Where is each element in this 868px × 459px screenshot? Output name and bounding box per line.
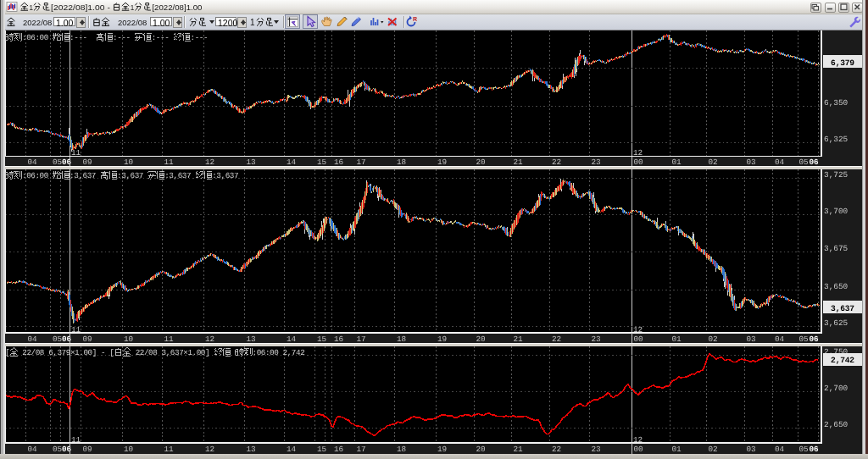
svg-text:02: 02: [709, 158, 718, 167]
svg-text:02: 02: [709, 335, 718, 344]
svg-text:01: 01: [672, 158, 682, 167]
svg-text:22: 22: [552, 445, 561, 454]
svg-text:05: 05: [53, 445, 62, 454]
svg-text:22: 22: [552, 335, 561, 344]
svg-text:11: 11: [164, 335, 175, 344]
svg-text:22/08 6,379: 22/08 6,379: [18, 348, 70, 357]
svg-text:04: 04: [775, 445, 785, 454]
svg-text::06:00: :06:00: [22, 171, 53, 180]
svg-text:3,675: 3,675: [824, 244, 849, 253]
svg-text:14: 14: [287, 445, 297, 454]
svg-text:15: 15: [317, 335, 326, 344]
svg-text::3,637: :3,637: [117, 171, 147, 180]
svg-text:04: 04: [28, 335, 38, 344]
svg-text:3,625: 3,625: [824, 318, 849, 328]
svg-text:05: 05: [799, 335, 809, 344]
svg-text:23: 23: [592, 335, 601, 344]
svg-text:1: 1: [250, 18, 255, 27]
svg-text:05: 05: [799, 158, 809, 167]
svg-text:11: 11: [164, 158, 175, 167]
svg-text:19: 19: [437, 445, 447, 454]
svg-text:04: 04: [775, 158, 785, 167]
svg-text::06:00: :06:00: [22, 33, 53, 42]
svg-text:1.00]: 1.00]: [187, 348, 214, 357]
svg-text:10: 10: [124, 335, 133, 344]
svg-text:6,350: 6,350: [824, 98, 849, 108]
svg-text:18: 18: [397, 158, 406, 167]
svg-text:05: 05: [53, 335, 62, 344]
svg-text:15: 15: [317, 158, 326, 167]
svg-text::---: :---: [113, 33, 135, 42]
svg-text:[2022/08]1.00 -: [2022/08]1.00 -: [51, 3, 113, 12]
svg-text:3,700: 3,700: [824, 207, 849, 216]
svg-text::3,637: :3,637: [70, 171, 100, 180]
svg-text:09: 09: [83, 445, 92, 454]
svg-text:13: 13: [247, 445, 256, 454]
svg-text:04: 04: [28, 158, 38, 167]
svg-text:18: 18: [397, 445, 406, 454]
svg-text:06: 06: [810, 335, 820, 344]
svg-text:13: 13: [247, 158, 256, 167]
svg-text:09: 09: [83, 335, 92, 344]
svg-text:05: 05: [53, 158, 62, 167]
svg-text:23: 23: [592, 445, 601, 454]
svg-text:14: 14: [287, 335, 297, 344]
svg-text:17: 17: [357, 158, 366, 167]
svg-text:3,725: 3,725: [824, 170, 849, 180]
svg-text:2022/08: 2022/08: [23, 18, 52, 27]
svg-text:10: 10: [124, 445, 133, 454]
svg-text::06:00 2,742: :06:00 2,742: [253, 348, 305, 357]
svg-text:06: 06: [810, 445, 820, 454]
svg-text:10: 10: [124, 158, 133, 167]
svg-text:19: 19: [437, 335, 447, 344]
svg-text:21: 21: [514, 335, 524, 344]
svg-text:16: 16: [334, 445, 343, 454]
svg-text::---: :---: [152, 33, 174, 42]
svg-text:3,650: 3,650: [824, 282, 849, 291]
svg-text:12: 12: [205, 335, 214, 344]
svg-text:20: 20: [476, 158, 486, 167]
svg-text:22/08 3,637: 22/08 3,637: [131, 348, 184, 357]
svg-text:00: 00: [634, 445, 643, 454]
svg-text:2,650: 2,650: [824, 420, 849, 429]
svg-text:00: 00: [634, 335, 643, 344]
svg-text:16: 16: [334, 335, 343, 344]
svg-text:11: 11: [164, 445, 175, 454]
svg-text:05: 05: [799, 445, 809, 454]
svg-text:03: 03: [747, 335, 756, 344]
svg-text:12: 12: [205, 445, 214, 454]
svg-text::---: :---: [191, 33, 209, 42]
svg-text:01: 01: [672, 335, 682, 344]
svg-text:6,325: 6,325: [824, 135, 849, 144]
svg-text:12: 12: [205, 158, 214, 167]
svg-text:20: 20: [476, 335, 486, 344]
svg-text:02: 02: [709, 445, 718, 454]
svg-text:[: [: [5, 348, 9, 357]
svg-text:19: 19: [437, 158, 447, 167]
svg-text:04: 04: [28, 445, 38, 454]
svg-text:03: 03: [747, 158, 756, 167]
svg-text::---: :---: [70, 33, 96, 42]
svg-text:R: R: [413, 16, 417, 22]
svg-text:13: 13: [247, 335, 256, 344]
svg-text:2,700: 2,700: [824, 384, 849, 393]
svg-text::3,637: :3,637: [212, 171, 238, 180]
svg-text:23: 23: [592, 158, 601, 167]
svg-text:21: 21: [514, 158, 524, 167]
svg-text:14: 14: [287, 158, 297, 167]
svg-text:00: 00: [634, 158, 643, 167]
svg-text:01: 01: [672, 445, 682, 454]
svg-text:1.00] - [: 1.00] - [: [75, 348, 114, 357]
svg-text:[2022/08]1.00: [2022/08]1.00: [152, 3, 203, 12]
svg-text:3,637: 3,637: [831, 304, 854, 313]
svg-text:18: 18: [397, 335, 406, 344]
svg-text::3,637: :3,637: [164, 171, 195, 180]
svg-text:2022/08: 2022/08: [118, 18, 147, 27]
svg-text:21: 21: [514, 445, 524, 454]
svg-text:03: 03: [747, 445, 756, 454]
svg-text:15: 15: [317, 445, 326, 454]
svg-text:04: 04: [775, 335, 785, 344]
svg-text:2,742: 2,742: [831, 356, 854, 365]
svg-text:20: 20: [476, 445, 486, 454]
svg-text:6,379: 6,379: [831, 58, 854, 68]
